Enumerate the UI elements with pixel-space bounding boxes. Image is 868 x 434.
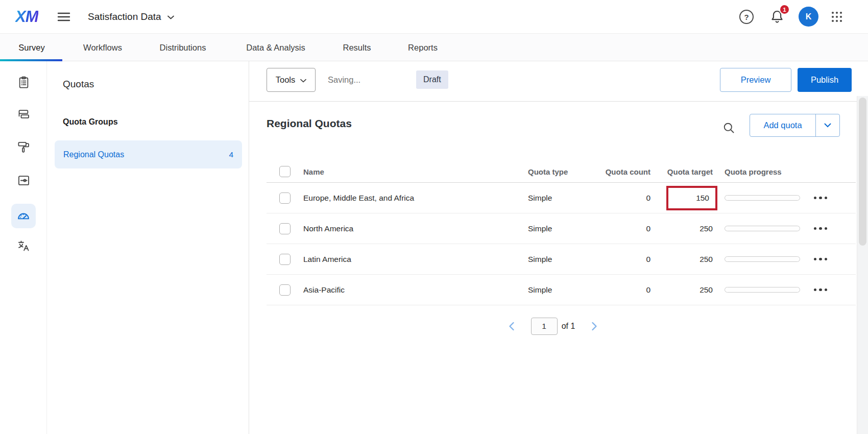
tab-results[interactable]: Results	[343, 34, 371, 61]
quota-name: Latin America	[303, 244, 351, 274]
row-options-icon[interactable]	[811, 194, 831, 203]
add-quota-dropdown-chevron-icon[interactable]	[815, 114, 839, 136]
row-checkbox[interactable]	[279, 192, 291, 204]
quota-groups-header: Quota Groups	[63, 117, 118, 127]
tab-workflows[interactable]: Workflows	[83, 34, 122, 61]
quota-progress-bar	[725, 287, 800, 293]
previous-page-chevron-icon[interactable]	[507, 320, 517, 333]
draft-status-badge: Draft	[416, 70, 448, 89]
tab-reports[interactable]: Reports	[408, 34, 438, 61]
survey-name-dropdown[interactable]: Satisfaction Data	[88, 0, 174, 34]
tab-survey[interactable]: Survey	[18, 34, 44, 61]
select-all-checkbox[interactable]	[279, 166, 291, 177]
top-bar: XM Satisfaction Data ? 1 K	[0, 0, 868, 34]
help-icon[interactable]: ?	[736, 6, 757, 28]
publish-button[interactable]: Publish	[798, 68, 852, 92]
table-row: Asia-Pacific Simple 0 250	[267, 275, 856, 305]
notification-count-badge: 1	[779, 4, 790, 15]
svg-text:?: ?	[744, 13, 749, 21]
column-header-name: Name	[303, 161, 324, 182]
column-header-quota-type: Quota type	[528, 161, 568, 182]
quota-group-item-regional-quotas[interactable]: Regional Quotas 4	[55, 140, 242, 168]
quotas-table: Name Quota type Quota count Quota target…	[267, 161, 856, 305]
quota-target: 150	[696, 194, 709, 203]
quotas-nav[interactable]	[11, 204, 36, 228]
quota-count: 0	[599, 275, 650, 305]
primary-tab-bar: Survey Workflows Distributions Data & An…	[0, 34, 868, 61]
search-icon[interactable]	[720, 119, 737, 136]
quota-type: Simple	[528, 275, 552, 305]
quota-target[interactable]: 250	[649, 213, 713, 244]
row-checkbox[interactable]	[279, 223, 291, 234]
translations-nav[interactable]	[11, 234, 36, 259]
toolbar-divider	[249, 101, 857, 102]
gauge-icon	[16, 208, 31, 224]
preview-button[interactable]: Preview	[720, 68, 791, 92]
table-row: Latin America Simple 0 250	[267, 244, 856, 275]
quota-group-count: 4	[229, 150, 233, 159]
add-quota-split-button: Add quota	[750, 114, 840, 137]
column-header-quota-count: Quota count	[599, 161, 650, 182]
chevron-down-icon	[300, 75, 306, 85]
quota-progress-bar	[725, 256, 800, 262]
add-quota-button[interactable]: Add quota	[750, 114, 815, 136]
quota-type: Simple	[528, 213, 552, 244]
survey-name: Satisfaction Data	[88, 11, 161, 22]
survey-flow-nav[interactable]	[11, 103, 36, 127]
pagination: 1 of 1	[249, 318, 857, 335]
tab-distributions[interactable]: Distributions	[160, 34, 206, 61]
quota-progress-bar	[725, 226, 800, 231]
table-row: Europe, Middle East, and Africa Simple 0…	[267, 183, 856, 213]
current-page-input[interactable]: 1	[531, 318, 558, 335]
next-page-chevron-icon[interactable]	[589, 320, 599, 333]
quota-type: Simple	[528, 244, 552, 274]
panel-title: Quotas	[63, 79, 94, 90]
table-header-row: Name Quota type Quota count Quota target…	[267, 161, 856, 183]
paint-roller-icon	[17, 140, 31, 156]
quota-target-highlight-box[interactable]: 150	[666, 186, 717, 210]
row-options-icon[interactable]	[811, 255, 831, 264]
saving-status: Saving...	[328, 68, 360, 92]
section-title: Regional Quotas	[267, 117, 352, 130]
quota-name: North America	[303, 213, 353, 244]
survey-options-nav[interactable]	[11, 169, 36, 194]
xm-logo[interactable]: XM	[15, 8, 38, 26]
row-options-icon[interactable]	[811, 224, 831, 233]
quota-groups-panel: Quotas Quota Groups Regional Quotas 4	[47, 61, 249, 434]
quota-count: 0	[599, 244, 650, 274]
row-checkbox[interactable]	[279, 254, 291, 265]
quota-progress-bar	[725, 195, 800, 201]
page-body: Quotas Quota Groups Regional Quotas 4 To…	[0, 61, 868, 434]
survey-builder-nav[interactable]	[11, 71, 36, 95]
notification-bell-icon[interactable]: 1	[766, 6, 788, 28]
avatar[interactable]: K	[799, 7, 818, 27]
scrollbar-thumb[interactable]	[859, 98, 866, 246]
app-window: XM Satisfaction Data ? 1 K	[0, 0, 868, 434]
tab-data-analysis[interactable]: Data & Analysis	[246, 34, 305, 61]
quota-count: 0	[599, 183, 650, 213]
quota-target[interactable]: 250	[649, 275, 713, 305]
quota-count: 0	[599, 213, 650, 244]
quota-target[interactable]: 250	[649, 244, 713, 274]
column-header-quota-target: Quota target	[649, 161, 713, 182]
clipboard-list-icon	[17, 76, 31, 91]
hamburger-menu-icon[interactable]	[53, 7, 75, 27]
main-content: Tools Saving... Draft Preview Publish Re…	[249, 61, 868, 434]
quota-name: Asia-Pacific	[303, 275, 345, 305]
app-grid-icon[interactable]	[826, 6, 848, 28]
table-row: North America Simple 0 250	[267, 213, 856, 244]
column-header-quota-progress: Quota progress	[725, 161, 800, 182]
translate-icon	[17, 239, 31, 254]
quota-type: Simple	[528, 183, 552, 213]
left-icon-rail	[0, 61, 47, 434]
chevron-down-icon	[167, 12, 174, 21]
total-pages-label: of 1	[562, 322, 575, 331]
tools-dropdown-button[interactable]: Tools	[267, 68, 316, 92]
look-and-feel-nav[interactable]	[11, 136, 36, 160]
quota-name: Europe, Middle East, and Africa	[303, 183, 414, 213]
settings-sliders-icon	[17, 174, 31, 189]
row-checkbox[interactable]	[279, 284, 291, 296]
flow-blocks-icon	[17, 107, 31, 123]
row-options-icon[interactable]	[811, 285, 831, 295]
scrollbar[interactable]	[857, 96, 868, 434]
